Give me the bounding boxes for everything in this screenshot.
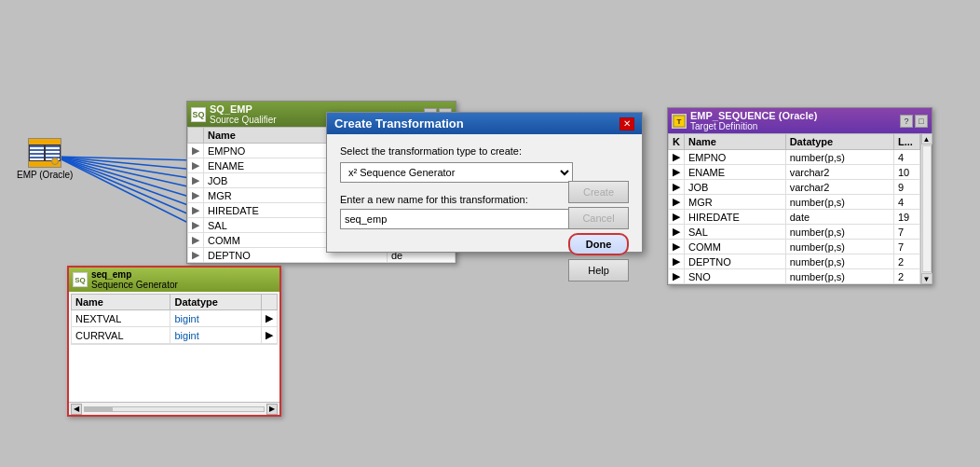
row-datatype: number(p,s) — [785, 269, 893, 284]
emp-oracle-node[interactable]: EMP (Oracle) — [17, 138, 73, 180]
scrollbar-up-btn[interactable]: ▲ — [921, 133, 932, 144]
seq-gen-title: seq_emp — [91, 269, 178, 280]
row-name: SAL — [685, 225, 786, 240]
row-key: ▶ — [669, 225, 685, 240]
emp-seq-help-btn[interactable]: ? — [900, 115, 913, 128]
row-name: EMPNO — [685, 150, 786, 165]
transformation-name-input[interactable] — [340, 209, 573, 229]
row-name: DEPTNO — [685, 254, 786, 269]
row-arrow: ▶ — [188, 233, 204, 248]
row-arrow: ▶ — [188, 218, 204, 233]
table-row: ▶ JOB varchar2 9 — [669, 180, 920, 195]
row-name: HIREDATE — [685, 210, 786, 225]
emp-seq-col-length: L... — [894, 134, 920, 150]
table-row: ▶ ENAME varchar2 10 — [669, 165, 920, 180]
seq-gen-empty-area — [71, 344, 278, 400]
row-datatype: date — [785, 210, 893, 225]
table-row: ▶ MGR number(p,s) 4 — [669, 195, 920, 210]
scroll-thumb — [85, 407, 113, 411]
sq-icon: SQ — [191, 107, 206, 122]
emp-icon — [28, 138, 61, 168]
dialog-buttons: Create Cancel Done Help — [568, 181, 629, 282]
row-key: ▶ — [669, 150, 685, 165]
row-name: NEXTVAL — [72, 310, 170, 327]
scrollbar-down-btn[interactable]: ▼ — [921, 273, 932, 284]
svg-line-6 — [56, 157, 196, 208]
dialog-content-left: Select the transformation type to create… — [340, 145, 573, 240]
svg-line-2 — [56, 157, 196, 170]
row-key: ▶ — [669, 240, 685, 254]
row-datatype: varchar2 — [785, 180, 893, 195]
col-arrow-header — [188, 128, 204, 144]
svg-line-1 — [56, 157, 196, 160]
dialog-titlebar[interactable]: Create Transformation ✕ — [327, 113, 642, 134]
emp-seq-close-btn[interactable]: □ — [915, 115, 928, 128]
dialog-name-label: Enter a new name for this transformation… — [340, 194, 573, 205]
row-datatype: number(p,s) — [785, 195, 893, 210]
emp-seq-scrollbar[interactable]: ▲ ▼ — [920, 133, 932, 284]
dialog-body: Select the transformation type to create… — [327, 134, 642, 252]
row-length: 4 — [894, 150, 920, 165]
svg-line-8 — [56, 157, 196, 227]
seq-col-datatype: Datatype — [170, 295, 262, 310]
scroll-left-btn[interactable]: ◀ — [71, 404, 82, 415]
scroll-track[interactable] — [84, 406, 265, 412]
svg-line-5 — [56, 157, 196, 199]
cancel-button[interactable]: Cancel — [568, 207, 629, 229]
emp-seq-icon: T — [672, 114, 687, 129]
emp-sequence-window: T EMP_SEQUENCE (Oracle) Target Definitio… — [667, 107, 932, 285]
scroll-right-btn[interactable]: ▶ — [266, 404, 278, 415]
row-length: 2 — [894, 254, 920, 269]
row-datatype: number(p,s) — [785, 254, 893, 269]
row-datatype: number(p,s) — [785, 225, 893, 240]
row-name: MGR — [685, 195, 786, 210]
emp-seq-titlebar[interactable]: T EMP_SEQUENCE (Oracle) Target Definitio… — [668, 108, 932, 133]
row-name: ENAME — [685, 165, 786, 180]
dialog-title: Create Transformation — [334, 117, 464, 130]
help-button[interactable]: Help — [568, 259, 629, 282]
seq-gen-window: SQ seq_emp Sequence Generator Name Datat… — [67, 266, 281, 417]
table-row: ▶ SNO number(p,s) 2 — [669, 269, 920, 284]
row-datatype: number(p,s) — [785, 150, 893, 165]
row-arrow: ▶ — [188, 158, 204, 173]
row-arrow: ▶ — [188, 173, 204, 188]
row-length: 19 — [894, 210, 920, 225]
sq-emp-title: SQ_EMP — [210, 103, 277, 115]
done-button[interactable]: Done — [568, 233, 629, 255]
row-datatype: varchar2 — [785, 165, 893, 180]
table-row: ▶ DEPTNO number(p,s) 2 — [669, 254, 920, 269]
emp-seq-col-datatype: Datatype — [785, 134, 893, 150]
seq-gen-table: Name Datatype NEXTVAL bigint ▶CURRVAL bi… — [71, 294, 278, 344]
row-key: ▶ — [669, 210, 685, 225]
row-length: 7 — [894, 240, 920, 254]
seq-gen-subtitle: Sequence Generator — [91, 280, 178, 290]
row-arrow: ▶ — [188, 248, 204, 263]
emp-seq-table: K Name Datatype L... ▶ EMPNO number(p,s)… — [668, 133, 920, 284]
create-button[interactable]: Create — [568, 181, 629, 203]
seq-gen-icon: SQ — [73, 272, 88, 287]
row-key: ▶ — [669, 269, 685, 284]
table-row: ▶ SAL number(p,s) 7 — [669, 225, 920, 240]
list-item: CURRVAL bigint ▶ — [72, 327, 278, 344]
row-key: ▶ — [669, 254, 685, 269]
dialog-close-btn[interactable]: ✕ — [619, 117, 634, 130]
seq-gen-titlebar[interactable]: SQ seq_emp Sequence Generator — [69, 268, 279, 292]
row-datatype: bigint — [170, 310, 262, 327]
dialog-title-bold: Transformation — [375, 117, 464, 130]
row-datatype: bigint — [170, 327, 262, 344]
row-arrow: ▶ — [188, 203, 204, 218]
list-item: NEXTVAL bigint ▶ — [72, 310, 278, 327]
transformation-type-select[interactable]: x² Sequence Generator — [340, 162, 573, 183]
emp-seq-col-name: Name — [685, 134, 786, 150]
seq-gen-hscroll[interactable]: ◀ ▶ — [69, 402, 279, 415]
emp-label: EMP (Oracle) — [17, 170, 73, 180]
row-name: COMM — [685, 240, 786, 254]
row-name: JOB — [685, 180, 786, 195]
dialog-title-text: Create — [334, 117, 375, 130]
row-arrow: ▶ — [188, 188, 204, 203]
row-datatype: number(p,s) — [785, 240, 893, 254]
row-arrow: ▶ — [188, 144, 204, 158]
create-transformation-dialog: Create Transformation ✕ Select the trans… — [326, 112, 643, 253]
emp-seq-subtitle: Target Definition — [690, 121, 817, 131]
seq-col-arrow — [262, 295, 278, 310]
